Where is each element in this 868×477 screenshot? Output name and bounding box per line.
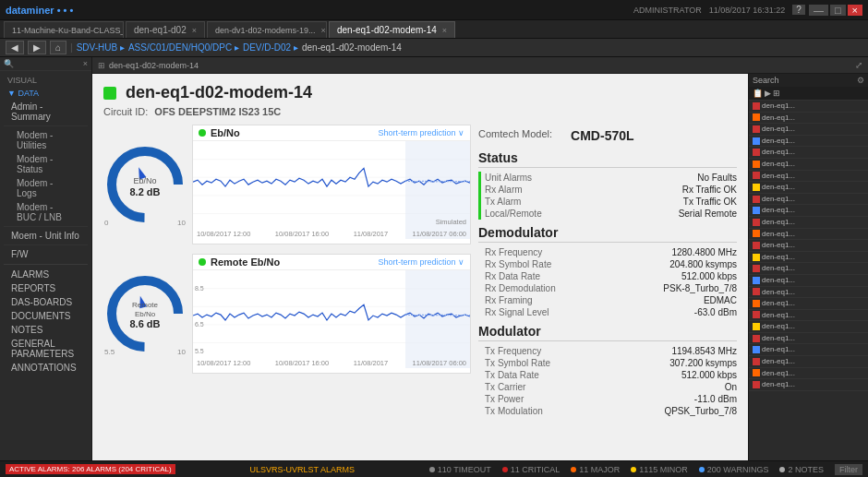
visual-header: VISUAL [4, 74, 88, 87]
event-item-12[interactable]: den-eq1... [749, 240, 868, 252]
event-color-20 [753, 335, 760, 342]
tab-close-1[interactable]: × [192, 26, 197, 35]
event-item-14[interactable]: den-eq1... [749, 263, 868, 275]
event-color-23 [753, 369, 760, 376]
event-item-23[interactable]: den-eq1... [749, 368, 868, 380]
event-item-1[interactable]: den-eq1... [749, 113, 868, 125]
sidebar-item-das-boards[interactable]: DAS-BOARDS [4, 295, 88, 309]
status-value-2: Tx Traffic OK [683, 197, 737, 207]
sidebar-item-fw[interactable]: F/W [4, 247, 88, 261]
status-label-1: Rx Alarm [485, 185, 523, 195]
resize-icon[interactable]: ⤢ [855, 60, 862, 70]
event-item-10[interactable]: den-eq1... [749, 217, 868, 229]
circuit-id: Circuit ID: OFS DEEPSTIM2 IS23 15C [103, 106, 737, 117]
event-item-19[interactable]: den-eq1... [749, 321, 868, 333]
filter-btn[interactable]: Filter [835, 464, 862, 475]
nav-back[interactable]: ◀ [6, 41, 24, 54]
event-item-11[interactable]: den-eq1... [749, 229, 868, 241]
event-item-4[interactable]: den-eq1... [749, 147, 868, 159]
min-btn[interactable]: — [809, 5, 828, 16]
close-btn[interactable]: × [848, 5, 862, 16]
mod-row-4: Tx Power -11.0 dBm [478, 393, 737, 405]
event-text-22: den-eq1... [762, 357, 795, 366]
event-item-6[interactable]: den-eq1... [749, 171, 868, 183]
device-header: den-eq1-d02-modem-14 [103, 83, 737, 102]
tab-1[interactable]: den-eq1-d02 × [126, 21, 205, 38]
svg-text:8.5: 8.5 [195, 285, 204, 292]
chart-title-row-remote: Remote Eb/No Short-term prediction ∨ [193, 255, 470, 270]
svg-text:Eb/No: Eb/No [135, 310, 156, 318]
event-item-21[interactable]: den-eq1... [749, 344, 868, 356]
nav-row: ◀ ▶ ⌂ | SDV-HUB ▸ ASS/C01/DEN/HQ0/DPC ▸ … [0, 39, 868, 57]
event-color-11 [753, 230, 760, 237]
event-item-16[interactable]: den-eq1... [749, 287, 868, 299]
nav-path-2[interactable]: ASS/C01/DEN/HQ0/DPC ▸ [128, 42, 239, 53]
center-panel: den-eq1-d02-modem-14 Circuit ID: OFS DEE… [92, 74, 748, 460]
sidebar-item-admin-summary[interactable]: Admin - Summary [4, 100, 88, 124]
status-critical: 11 CRITICAL [502, 465, 561, 474]
event-item-5[interactable]: den-eq1... [749, 159, 868, 171]
tab-2[interactable]: den-dv1-d02-modems-19... × [207, 21, 327, 38]
event-item-3[interactable]: den-eq1... [749, 136, 868, 148]
right-panel-icon3[interactable]: ⊞ [773, 89, 780, 98]
sidebar-item-modem-logs[interactable]: Modem - Logs [4, 176, 88, 200]
nav-path-3[interactable]: DEV/D-D02 ▸ [243, 42, 298, 53]
tab-0[interactable]: 11-Machine-Ku-Band-CLASS_C1_361321 × [4, 21, 124, 38]
sidebar-item-reports[interactable]: REPORTS [4, 281, 88, 295]
help-btn[interactable]: ? [792, 5, 805, 15]
event-text-5: den-eq1... [762, 160, 795, 169]
right-panel-icon2[interactable]: ▶ [765, 89, 771, 98]
event-item-17[interactable]: den-eq1... [749, 298, 868, 310]
nav-home[interactable]: ⌂ [50, 41, 66, 54]
sidebar-item-modem-buc[interactable]: Modem - BUC / LNB [4, 200, 88, 224]
chart-dot-remote [199, 258, 206, 266]
sidebar-item-annotations[interactable]: ANNOTATIONS [4, 361, 88, 375]
nav-path-current: den-eq1-d02-modem-14 [302, 42, 402, 53]
chart-prediction-ebno[interactable]: Short-term prediction ∨ [378, 128, 464, 137]
right-panel-icon1[interactable]: 📋 [753, 89, 763, 98]
sidebar-search[interactable]: 🔍 [4, 59, 14, 68]
event-item-20[interactable]: den-eq1... [749, 333, 868, 345]
event-item-2[interactable]: den-eq1... [749, 124, 868, 136]
demod-row-4: Rx Framing EDMAC [478, 294, 737, 306]
sidebar-item-general-params[interactable]: GENERAL PARAMETERS [4, 337, 88, 361]
charts-info-layout: Eb/No 8.2 dB 0 10 [103, 125, 737, 421]
title-bar: dataminer • • • ADMINISTRATOR 11/08/2017… [0, 0, 868, 20]
sidebar-collapse[interactable]: × [83, 59, 88, 68]
event-color-0 [753, 102, 760, 110]
nav-path-1[interactable]: SDV-HUB ▸ [77, 42, 125, 53]
event-text-14: den-eq1... [762, 264, 795, 273]
chart-prediction-remote[interactable]: Short-term prediction ∨ [378, 257, 464, 267]
mod-row-2: Tx Data Rate 512.000 kbps [478, 369, 737, 381]
event-item-8[interactable]: den-eq1... [749, 194, 868, 206]
event-item-7[interactable]: den-eq1... [749, 182, 868, 194]
event-item-22[interactable]: den-eq1... [749, 356, 868, 368]
event-item-13[interactable]: den-eq1... [749, 252, 868, 264]
event-item-18[interactable]: den-eq1... [749, 310, 868, 322]
event-item-0[interactable]: den-eq1... [749, 101, 868, 113]
main-area: 🔍 × VISUAL ▼ DATA Admin - Summary Modem … [0, 57, 868, 460]
tab-close-2[interactable]: × [321, 26, 326, 35]
sidebar-item-notes[interactable]: NOTES [4, 323, 88, 337]
gauge-remote-ebno-svg: Remote Eb/No 8.6 dB [103, 272, 187, 355]
right-panel-icons[interactable]: ⚙ [857, 76, 864, 85]
svg-rect-22 [405, 270, 470, 368]
chart-area-ebno: 10/08/2017 12:00 10/08/2017 16:00 11/08/… [193, 141, 470, 239]
gauge1-min: 0 [104, 219, 108, 227]
sidebar-item-alarms[interactable]: ALARMS [4, 268, 88, 281]
sidebar-item-modem-status[interactable]: Modem - Status [4, 152, 88, 176]
event-item-9[interactable]: den-eq1... [749, 205, 868, 217]
svg-text:5.5: 5.5 [195, 348, 204, 354]
event-item-24[interactable]: den-eq1... [749, 379, 868, 391]
nav-forward[interactable]: ▶ [28, 41, 46, 54]
tab-close-3[interactable]: × [442, 26, 447, 35]
chart1-x2: 11/08/2017 [354, 230, 389, 238]
sidebar-item-modem-utilities[interactable]: Modem - Utilities [4, 128, 88, 152]
max-btn[interactable]: □ [830, 5, 846, 16]
tab-3[interactable]: den-eq1-d02-modem-14 × [329, 21, 455, 38]
status-major: 11 MAJOR [571, 465, 620, 474]
event-text-19: den-eq1... [762, 322, 795, 331]
event-item-15[interactable]: den-eq1... [749, 275, 868, 287]
sidebar-item-documents[interactable]: DOCUMENTS [4, 309, 88, 323]
sidebar-item-unit-info[interactable]: Moem - Unit Info [4, 229, 88, 243]
